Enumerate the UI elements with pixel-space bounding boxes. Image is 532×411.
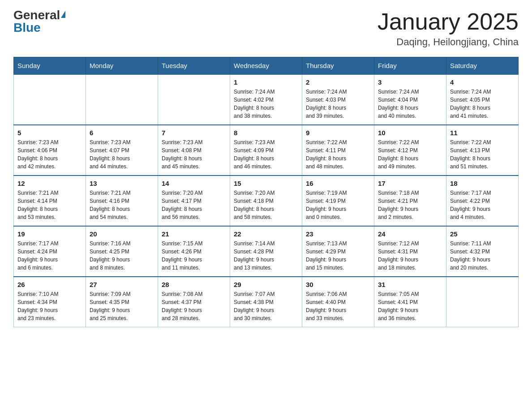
- calendar-day-28: 28Sunrise: 7:08 AM Sunset: 4:37 PM Dayli…: [158, 277, 230, 327]
- day-number: 7: [162, 129, 226, 137]
- day-info: Sunrise: 7:24 AM Sunset: 4:03 PM Dayligh…: [306, 88, 370, 120]
- weekday-header-wednesday: Wednesday: [230, 57, 302, 75]
- calendar-day-22: 22Sunrise: 7:14 AM Sunset: 4:28 PM Dayli…: [230, 226, 302, 277]
- calendar-day-15: 15Sunrise: 7:20 AM Sunset: 4:18 PM Dayli…: [230, 176, 302, 226]
- calendar-day-4: 4Sunrise: 7:24 AM Sunset: 4:05 PM Daylig…: [446, 74, 519, 125]
- day-number: 15: [234, 180, 298, 187]
- day-number: 13: [90, 180, 154, 187]
- calendar-day-21: 21Sunrise: 7:15 AM Sunset: 4:26 PM Dayli…: [158, 226, 230, 277]
- day-number: 30: [306, 281, 370, 288]
- day-info: Sunrise: 7:07 AM Sunset: 4:38 PM Dayligh…: [234, 290, 298, 322]
- calendar-day-23: 23Sunrise: 7:13 AM Sunset: 4:29 PM Dayli…: [302, 226, 374, 277]
- day-number: 20: [90, 230, 154, 238]
- day-info: Sunrise: 7:23 AM Sunset: 4:08 PM Dayligh…: [162, 138, 226, 171]
- day-number: 28: [162, 281, 226, 288]
- calendar-table: SundayMondayTuesdayWednesdayThursdayFrid…: [13, 57, 519, 327]
- day-number: 14: [162, 180, 226, 187]
- calendar-day-25: 25Sunrise: 7:11 AM Sunset: 4:32 PM Dayli…: [446, 226, 519, 277]
- calendar-day-empty: [158, 74, 230, 125]
- day-info: Sunrise: 7:23 AM Sunset: 4:07 PM Dayligh…: [90, 138, 154, 171]
- day-info: Sunrise: 7:09 AM Sunset: 4:35 PM Dayligh…: [90, 290, 154, 322]
- month-title: January 2025: [378, 9, 519, 34]
- day-number: 23: [306, 230, 370, 238]
- day-number: 4: [450, 78, 515, 86]
- day-number: 21: [162, 230, 226, 238]
- day-info: Sunrise: 7:22 AM Sunset: 4:12 PM Dayligh…: [378, 138, 442, 171]
- calendar-day-19: 19Sunrise: 7:17 AM Sunset: 4:24 PM Dayli…: [14, 226, 86, 277]
- day-info: Sunrise: 7:05 AM Sunset: 4:41 PM Dayligh…: [378, 290, 442, 322]
- logo: General Blue: [13, 9, 65, 34]
- day-number: 2: [306, 78, 370, 86]
- weekday-header-monday: Monday: [86, 57, 158, 75]
- calendar-day-20: 20Sunrise: 7:16 AM Sunset: 4:25 PM Dayli…: [86, 226, 158, 277]
- day-number: 6: [90, 129, 154, 137]
- calendar-day-empty: [446, 277, 519, 327]
- weekday-header-row: SundayMondayTuesdayWednesdayThursdayFrid…: [14, 57, 519, 75]
- weekday-header-thursday: Thursday: [302, 57, 374, 75]
- calendar-day-8: 8Sunrise: 7:23 AM Sunset: 4:09 PM Daylig…: [230, 125, 302, 176]
- day-info: Sunrise: 7:23 AM Sunset: 4:09 PM Dayligh…: [234, 138, 298, 171]
- day-info: Sunrise: 7:12 AM Sunset: 4:31 PM Dayligh…: [378, 240, 442, 272]
- calendar-day-12: 12Sunrise: 7:21 AM Sunset: 4:14 PM Dayli…: [14, 176, 86, 226]
- calendar-day-31: 31Sunrise: 7:05 AM Sunset: 4:41 PM Dayli…: [374, 277, 446, 327]
- day-number: 18: [450, 180, 515, 187]
- calendar-week-row: 12Sunrise: 7:21 AM Sunset: 4:14 PM Dayli…: [14, 176, 519, 226]
- day-info: Sunrise: 7:22 AM Sunset: 4:13 PM Dayligh…: [450, 138, 515, 171]
- day-number: 16: [306, 180, 370, 187]
- day-info: Sunrise: 7:13 AM Sunset: 4:29 PM Dayligh…: [306, 240, 370, 272]
- day-number: 11: [450, 129, 515, 137]
- day-number: 8: [234, 129, 298, 137]
- day-number: 27: [90, 281, 154, 288]
- day-info: Sunrise: 7:20 AM Sunset: 4:17 PM Dayligh…: [162, 189, 226, 221]
- calendar-day-18: 18Sunrise: 7:17 AM Sunset: 4:22 PM Dayli…: [446, 176, 519, 226]
- day-number: 3: [378, 78, 442, 86]
- day-info: Sunrise: 7:06 AM Sunset: 4:40 PM Dayligh…: [306, 290, 370, 322]
- logo-general-text: General: [13, 9, 60, 21]
- calendar-day-14: 14Sunrise: 7:20 AM Sunset: 4:17 PM Dayli…: [158, 176, 230, 226]
- calendar-day-3: 3Sunrise: 7:24 AM Sunset: 4:04 PM Daylig…: [374, 74, 446, 125]
- day-number: 1: [234, 78, 298, 86]
- weekday-header-sunday: Sunday: [14, 57, 86, 75]
- calendar-day-5: 5Sunrise: 7:23 AM Sunset: 4:06 PM Daylig…: [14, 125, 86, 176]
- day-info: Sunrise: 7:23 AM Sunset: 4:06 PM Dayligh…: [17, 138, 82, 171]
- day-number: 31: [378, 281, 442, 288]
- calendar-day-24: 24Sunrise: 7:12 AM Sunset: 4:31 PM Dayli…: [374, 226, 446, 277]
- weekday-header-saturday: Saturday: [446, 57, 519, 75]
- calendar-day-16: 16Sunrise: 7:19 AM Sunset: 4:19 PM Dayli…: [302, 176, 374, 226]
- day-number: 25: [450, 230, 515, 238]
- day-info: Sunrise: 7:10 AM Sunset: 4:34 PM Dayligh…: [17, 290, 82, 322]
- day-number: 26: [17, 281, 82, 288]
- day-info: Sunrise: 7:20 AM Sunset: 4:18 PM Dayligh…: [234, 189, 298, 221]
- calendar-day-9: 9Sunrise: 7:22 AM Sunset: 4:11 PM Daylig…: [302, 125, 374, 176]
- day-info: Sunrise: 7:16 AM Sunset: 4:25 PM Dayligh…: [90, 240, 154, 272]
- calendar-day-30: 30Sunrise: 7:06 AM Sunset: 4:40 PM Dayli…: [302, 277, 374, 327]
- day-number: 29: [234, 281, 298, 288]
- day-info: Sunrise: 7:14 AM Sunset: 4:28 PM Dayligh…: [234, 240, 298, 272]
- day-info: Sunrise: 7:24 AM Sunset: 4:04 PM Dayligh…: [378, 88, 442, 120]
- day-number: 12: [17, 180, 82, 187]
- calendar-day-6: 6Sunrise: 7:23 AM Sunset: 4:07 PM Daylig…: [86, 125, 158, 176]
- day-number: 9: [306, 129, 370, 137]
- day-number: 10: [378, 129, 442, 137]
- calendar-day-2: 2Sunrise: 7:24 AM Sunset: 4:03 PM Daylig…: [302, 74, 374, 125]
- day-info: Sunrise: 7:08 AM Sunset: 4:37 PM Dayligh…: [162, 290, 226, 322]
- location-title: Daqing, Heilongjiang, China: [378, 36, 519, 48]
- calendar-day-10: 10Sunrise: 7:22 AM Sunset: 4:12 PM Dayli…: [374, 125, 446, 176]
- calendar-day-26: 26Sunrise: 7:10 AM Sunset: 4:34 PM Dayli…: [14, 277, 86, 327]
- calendar-day-7: 7Sunrise: 7:23 AM Sunset: 4:08 PM Daylig…: [158, 125, 230, 176]
- calendar-day-empty: [86, 74, 158, 125]
- day-number: 19: [17, 230, 82, 238]
- day-info: Sunrise: 7:17 AM Sunset: 4:22 PM Dayligh…: [450, 189, 515, 221]
- calendar-day-empty: [14, 74, 86, 125]
- day-info: Sunrise: 7:21 AM Sunset: 4:16 PM Dayligh…: [90, 189, 154, 221]
- logo-blue-text: Blue: [13, 21, 41, 34]
- day-info: Sunrise: 7:21 AM Sunset: 4:14 PM Dayligh…: [17, 189, 82, 221]
- calendar-day-27: 27Sunrise: 7:09 AM Sunset: 4:35 PM Dayli…: [86, 277, 158, 327]
- title-block: January 2025 Daqing, Heilongjiang, China: [378, 9, 519, 48]
- day-info: Sunrise: 7:24 AM Sunset: 4:05 PM Dayligh…: [450, 88, 515, 120]
- calendar-week-row: 26Sunrise: 7:10 AM Sunset: 4:34 PM Dayli…: [14, 277, 519, 327]
- calendar-day-11: 11Sunrise: 7:22 AM Sunset: 4:13 PM Dayli…: [446, 125, 519, 176]
- day-number: 24: [378, 230, 442, 238]
- calendar-day-17: 17Sunrise: 7:18 AM Sunset: 4:21 PM Dayli…: [374, 176, 446, 226]
- day-info: Sunrise: 7:17 AM Sunset: 4:24 PM Dayligh…: [17, 240, 82, 272]
